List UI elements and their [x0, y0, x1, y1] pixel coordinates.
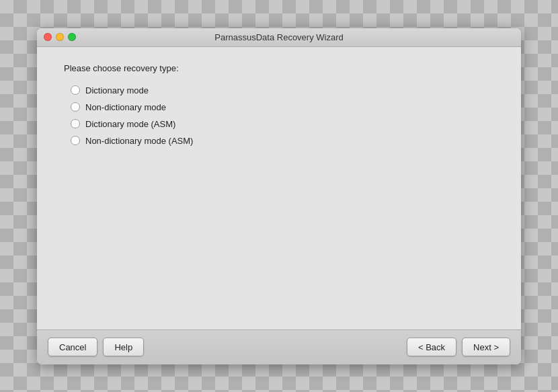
footer-right: < Back Next >: [407, 338, 510, 356]
radio-label-4: Non-dictionary mode (ASM): [85, 136, 193, 146]
maximize-button[interactable]: [68, 33, 76, 41]
radio-label-1: Dictionary mode: [85, 85, 149, 95]
back-button[interactable]: < Back: [407, 338, 456, 356]
radio-option-4[interactable]: Non-dictionary mode (ASM): [71, 136, 494, 146]
radio-circle-4: [71, 136, 80, 145]
content-area: Please choose recovery type: Dictionary …: [37, 47, 521, 329]
footer: Cancel Help < Back Next >: [37, 329, 521, 364]
radio-option-2[interactable]: Non-dictionary mode: [71, 102, 494, 112]
radio-option-1[interactable]: Dictionary mode: [71, 85, 494, 95]
traffic-lights: [44, 33, 76, 41]
main-window: ParnassusData Recovery Wizard Please cho…: [37, 28, 521, 364]
radio-circle-1: [71, 85, 80, 95]
radio-option-3[interactable]: Dictionary mode (ASM): [71, 119, 494, 129]
cancel-button[interactable]: Cancel: [48, 338, 97, 356]
radio-label-2: Non-dictionary mode: [85, 102, 166, 112]
radio-label-3: Dictionary mode (ASM): [85, 119, 175, 129]
prompt-text: Please choose recovery type:: [64, 63, 494, 73]
window-title: ParnassusData Recovery Wizard: [214, 32, 343, 42]
radio-group: Dictionary mode Non-dictionary mode Dict…: [71, 85, 494, 146]
radio-circle-2: [71, 102, 80, 112]
next-button[interactable]: Next >: [462, 338, 510, 356]
radio-circle-3: [71, 119, 80, 128]
minimize-button[interactable]: [56, 33, 64, 41]
close-button[interactable]: [44, 33, 52, 41]
footer-left: Cancel Help: [48, 338, 144, 356]
help-button[interactable]: Help: [103, 338, 144, 356]
title-bar: ParnassusData Recovery Wizard: [37, 28, 521, 47]
